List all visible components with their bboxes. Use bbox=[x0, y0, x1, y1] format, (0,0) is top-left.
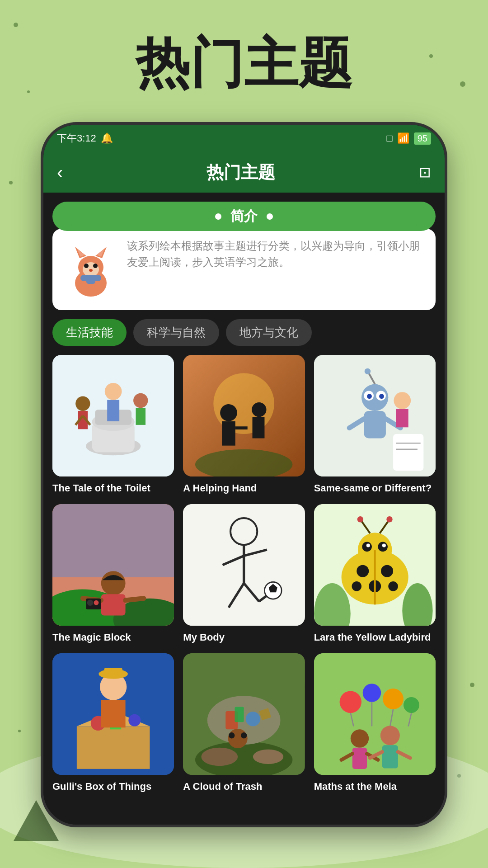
svg-point-9 bbox=[89, 269, 93, 272]
book-title-trash: A Cloud of Trash bbox=[183, 780, 305, 793]
page-main-title: 热门主题 bbox=[0, 27, 488, 101]
svg-rect-120 bbox=[352, 748, 366, 769]
book-item-maths[interactable]: Maths at the Mela bbox=[314, 653, 436, 793]
svg-point-53 bbox=[101, 571, 126, 595]
intro-pill: 简介 bbox=[52, 202, 436, 231]
svg-point-109 bbox=[241, 732, 247, 738]
app-header: ‹ 热门主题 ⊡ bbox=[43, 152, 445, 193]
svg-point-107 bbox=[228, 729, 248, 748]
book-cover-helping bbox=[183, 355, 305, 476]
book-cover-magic bbox=[52, 504, 174, 626]
svg-point-78 bbox=[382, 543, 385, 547]
category-tab-1[interactable]: 科学与自然 bbox=[133, 319, 219, 346]
svg-rect-46 bbox=[393, 434, 423, 471]
svg-rect-28 bbox=[222, 421, 236, 446]
battery-display: 95 bbox=[414, 132, 431, 145]
book-title-gulli: Gulli's Box of Things bbox=[52, 780, 174, 793]
svg-rect-45 bbox=[396, 409, 408, 427]
book-title-magic: The Magic Block bbox=[52, 631, 174, 644]
back-button[interactable]: ‹ bbox=[57, 162, 63, 183]
category-tab-2[interactable]: 地方与文化 bbox=[226, 319, 312, 346]
svg-point-30 bbox=[252, 402, 266, 417]
book-title-toilet: The Tale of the Toilet bbox=[52, 482, 174, 495]
book-cover-trash bbox=[183, 653, 305, 775]
svg-point-113 bbox=[362, 684, 380, 702]
status-left: 下午3:12 🔔 bbox=[57, 132, 113, 145]
menu-icon[interactable]: ⊡ bbox=[419, 164, 431, 181]
book-item-gulli[interactable]: Gulli's Box of Things bbox=[52, 653, 174, 793]
book-title-body: My Body bbox=[183, 631, 305, 644]
svg-point-7 bbox=[84, 264, 89, 268]
svg-point-39 bbox=[367, 394, 372, 399]
book-title-maths: Maths at the Mela bbox=[314, 780, 436, 793]
book-cover-toilet bbox=[52, 355, 174, 476]
svg-point-111 bbox=[339, 691, 361, 712]
pill-dot-right bbox=[267, 213, 273, 220]
svg-rect-98 bbox=[104, 668, 122, 677]
fox-illustration bbox=[61, 238, 120, 301]
svg-line-56 bbox=[126, 599, 144, 600]
svg-point-119 bbox=[350, 729, 368, 747]
book-title-helping: A Helping Hand bbox=[183, 482, 305, 495]
svg-point-27 bbox=[220, 404, 237, 421]
category-tabs: 生活技能 科学与自然 地方与文化 bbox=[43, 310, 445, 355]
book-item-magic[interactable]: The Magic Block bbox=[52, 504, 174, 644]
svg-point-17 bbox=[75, 396, 90, 411]
svg-point-79 bbox=[357, 565, 369, 577]
notification-icon: 🔔 bbox=[101, 132, 113, 144]
status-bar: 下午3:12 🔔 □ 📶 95 bbox=[43, 125, 445, 152]
svg-rect-11 bbox=[86, 275, 95, 284]
svg-point-117 bbox=[404, 697, 419, 713]
svg-rect-31 bbox=[253, 417, 265, 438]
time-display: 下午3:12 bbox=[57, 132, 96, 145]
status-right: □ 📶 95 bbox=[386, 132, 431, 145]
book-item-trash[interactable]: A Cloud of Trash bbox=[183, 653, 305, 793]
svg-point-105 bbox=[246, 712, 260, 726]
book-item-toilet[interactable]: The Tale of the Toilet bbox=[52, 355, 174, 495]
intro-pill-label: 简介 bbox=[230, 207, 258, 226]
svg-rect-106 bbox=[235, 707, 244, 722]
svg-point-8 bbox=[93, 264, 98, 268]
book-item-samesame[interactable]: Same-same or Different? bbox=[314, 355, 436, 495]
book-cover-samesame bbox=[314, 355, 436, 476]
sim-icon: □ bbox=[386, 132, 392, 144]
svg-rect-54 bbox=[101, 594, 126, 615]
book-grid: The Tale of the Toilet bbox=[43, 355, 445, 793]
svg-point-58 bbox=[87, 599, 93, 605]
svg-rect-24 bbox=[136, 408, 145, 425]
book-cover-body bbox=[183, 504, 305, 626]
svg-point-82 bbox=[352, 581, 361, 591]
svg-point-83 bbox=[388, 581, 398, 591]
svg-rect-50 bbox=[52, 504, 174, 577]
book-title-ladybird: Lara the Yellow Ladybird bbox=[314, 631, 436, 644]
svg-point-87 bbox=[357, 516, 363, 522]
intro-section: 简介 bbox=[43, 193, 445, 310]
svg-point-21 bbox=[105, 383, 122, 400]
svg-point-40 bbox=[379, 394, 384, 399]
phone-frame: 下午3:12 🔔 □ 📶 95 ‹ 热门主题 ⊡ 简介 bbox=[41, 122, 447, 827]
svg-point-80 bbox=[381, 565, 393, 577]
category-tab-0[interactable]: 生活技能 bbox=[52, 319, 127, 346]
svg-point-44 bbox=[394, 392, 411, 409]
book-title-samesame: Same-same or Different? bbox=[314, 482, 436, 495]
svg-point-102 bbox=[253, 750, 283, 764]
svg-rect-124 bbox=[382, 745, 398, 768]
svg-point-94 bbox=[128, 714, 141, 726]
svg-point-23 bbox=[133, 393, 148, 408]
book-item-helping[interactable]: A Helping Hand bbox=[183, 355, 305, 495]
svg-rect-96 bbox=[101, 700, 126, 728]
pill-dot-left bbox=[215, 213, 221, 220]
svg-point-77 bbox=[366, 543, 370, 547]
svg-point-108 bbox=[229, 732, 235, 738]
phone-content: 简介 bbox=[43, 193, 445, 827]
book-cover-ladybird bbox=[314, 504, 436, 626]
svg-rect-90 bbox=[77, 726, 150, 769]
svg-point-36 bbox=[364, 368, 370, 374]
book-cover-gulli bbox=[52, 653, 174, 775]
svg-rect-22 bbox=[107, 400, 119, 421]
wifi-icon: 📶 bbox=[397, 132, 409, 144]
header-title: 热门主题 bbox=[206, 161, 275, 184]
book-item-body[interactable]: My Body bbox=[183, 504, 305, 644]
intro-description: 该系列绘本根据故事主题进行分类，以兴趣为导向，引领小朋友爱上阅读，步入英语学习之… bbox=[127, 238, 427, 270]
book-item-ladybird[interactable]: Lara the Yellow Ladybird bbox=[314, 504, 436, 644]
